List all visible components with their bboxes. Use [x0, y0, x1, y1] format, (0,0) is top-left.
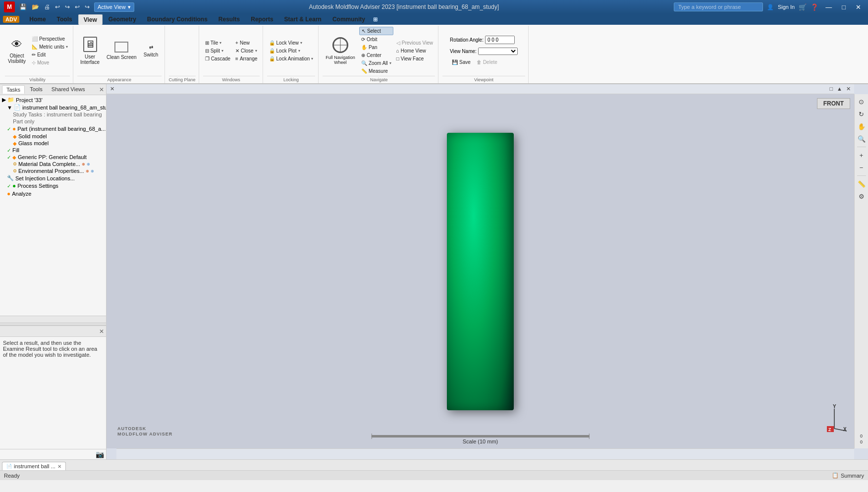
window-title: Autodesk Moldflow Adviser 2023 [instrume…: [134, 3, 674, 10]
menu-start-learn[interactable]: Start & Learn: [279, 14, 326, 24]
menu-community[interactable]: Community: [327, 14, 370, 24]
vp-right-btn3[interactable]: ✋: [856, 121, 867, 132]
tab-close-button[interactable]: ✕: [57, 464, 61, 469]
arrange-button[interactable]: ≡ Arrange: [233, 55, 259, 62]
save-qa-button[interactable]: 💾: [18, 2, 28, 11]
tree-item-analyze[interactable]: ● Analyze: [1, 190, 105, 198]
select-button[interactable]: ↖ Select: [359, 27, 393, 35]
edit-button[interactable]: ✏ Edit: [30, 51, 70, 58]
cascade-button[interactable]: ❐ Cascade: [203, 55, 232, 62]
home-view-button[interactable]: ⌂ Home View: [394, 47, 435, 55]
perspective-button[interactable]: ⬜ Perspective: [30, 35, 70, 43]
previous-view-button[interactable]: ◁ Previous View: [394, 39, 435, 47]
metric-units-button[interactable]: 📐 Metric units ▾: [30, 43, 70, 51]
help-button[interactable]: ❓: [811, 3, 818, 11]
vp-close-left-icon[interactable]: ✕: [108, 86, 116, 92]
tree-item-envprop[interactable]: ⚙ Environmental Properties... ⊕ ⊕: [1, 167, 105, 174]
clean-screen-button[interactable]: Clean Screen: [104, 33, 140, 69]
split-button[interactable]: ⊟ Split ▾: [203, 47, 232, 55]
open-qa-button[interactable]: 📂: [30, 2, 41, 11]
save-view-button[interactable]: 💾 Save: [450, 58, 473, 66]
center-button[interactable]: ⊕ Center: [359, 52, 393, 59]
redo-button[interactable]: ↪: [63, 2, 71, 11]
solid-label: Solid model: [18, 133, 47, 139]
material-label: Generic PP: Generic Default: [18, 154, 87, 160]
move-button[interactable]: ⊹ Move: [30, 59, 70, 66]
delete-view-button[interactable]: 🗑 Delete: [475, 58, 499, 66]
vp-right-btn4[interactable]: 🔍: [856, 133, 867, 144]
tree-item-process[interactable]: ✓ ● Process Settings: [1, 182, 105, 190]
menu-home[interactable]: Home: [24, 14, 51, 24]
object-visibility-button[interactable]: 👁 ObjectVisibility: [5, 33, 29, 69]
view-face-button[interactable]: □ View Face: [394, 55, 435, 62]
menu-boundary[interactable]: Boundary Conditions: [142, 14, 213, 24]
locking-group: 🔒 Lock View ▾ 🔒 Lock Plot ▾ 🔒 Lock Anima…: [264, 26, 319, 83]
vp-right-btn8[interactable]: ⚙: [856, 191, 867, 202]
menu-results[interactable]: Results: [214, 14, 245, 24]
switch-button[interactable]: ⇄ Switch: [141, 33, 162, 69]
measure-button[interactable]: 📏 Measure: [359, 67, 393, 75]
vp-maximize-button[interactable]: ▲: [835, 86, 844, 92]
pan-button[interactable]: ✋ Pan: [359, 44, 393, 51]
blp-close-button[interactable]: ✕: [99, 328, 104, 335]
signin-button[interactable]: Sign In: [778, 4, 795, 10]
menu-view[interactable]: View: [78, 14, 103, 25]
vp-right-btn1[interactable]: ⊙: [856, 96, 867, 107]
left-panel: Tasks Tools Shared Views ✕ ▶ 📁 Project '…: [0, 84, 107, 459]
tab-tasks[interactable]: Tasks: [2, 85, 25, 94]
menu-tools[interactable]: Tools: [52, 14, 77, 24]
new-window-button[interactable]: + New: [233, 39, 259, 47]
tree-item-matdata[interactable]: ⚙ Material Data Complete... ⊕ ⊕: [1, 161, 105, 167]
lock-plot-button[interactable]: 🔒 Lock Plot ▾: [267, 47, 316, 55]
left-horizontal-scrollbar[interactable]: [0, 316, 106, 323]
left-panel-close-button[interactable]: ✕: [99, 86, 104, 93]
tab-label: instrument ball ...: [14, 463, 55, 469]
injection-label: Set Injection Locations...: [15, 175, 75, 181]
tile-button[interactable]: ⊞ Tile ▾: [203, 39, 232, 47]
minimize-button[interactable]: —: [822, 2, 835, 12]
quick-access-toolbar: 💾 📂 🖨 ↩ ↪ ↩ ↪: [18, 2, 91, 11]
undo2-button[interactable]: ↩: [73, 2, 81, 11]
vp-close-icon[interactable]: ✕: [845, 86, 852, 92]
tree-item-glass[interactable]: ◆ Glass model: [1, 140, 105, 147]
full-navigation-wheel-button[interactable]: Full NavigationWheel: [323, 33, 358, 69]
vp-right-btn7[interactable]: 📏: [856, 178, 867, 189]
redo2-button[interactable]: ↪: [83, 2, 91, 11]
study-node[interactable]: ▼ 📄 instrument ball bearing_68_am_stu...: [1, 104, 105, 111]
rotation-angle-input[interactable]: [485, 36, 515, 44]
vp-right-btn2[interactable]: ↻: [856, 109, 867, 119]
tree-item-solid[interactable]: ◆ Solid model: [1, 133, 105, 140]
tab-instrument[interactable]: 📄 instrument ball ... ✕: [2, 462, 66, 470]
close-window-button[interactable]: ✕ Close ▾: [233, 47, 259, 55]
vp-right-btn6[interactable]: −: [856, 162, 867, 173]
tree-item-injection[interactable]: 🔧 Set Injection Locations...: [1, 174, 105, 182]
orbit-button[interactable]: ⟳ Orbit: [359, 36, 393, 43]
close-button[interactable]: ✕: [853, 2, 864, 12]
adv-label: ADV: [3, 16, 19, 23]
viewport-3d-area[interactable]: FRONT AUTODESK MOLDFLOW ADVISER Scale (1…: [107, 94, 854, 448]
rotation-angle-label: Rotation Angle:: [450, 37, 484, 43]
menu-reports[interactable]: Reports: [246, 14, 278, 24]
vp-restore-button[interactable]: □: [828, 86, 834, 92]
print-qa-button[interactable]: 🖨: [43, 2, 52, 11]
menu-geometry[interactable]: Geometry: [104, 14, 141, 24]
user-interface-button[interactable]: 🖥 UserInterface: [77, 33, 103, 69]
lock-animation-button[interactable]: 🔒 Lock Animation ▾: [267, 55, 316, 62]
undo-button[interactable]: ↩: [54, 2, 61, 11]
viewport[interactable]: ✕ □ ▲ ✕ FRONT AUTODESK MOLDFLOW ADVISER: [107, 84, 868, 459]
zoom-all-button[interactable]: 🔍 Zoom All ▾: [359, 59, 393, 67]
tree-item-part[interactable]: ✓ ● Part (instrument ball bearing_68_a..…: [1, 125, 105, 133]
lock-view-button[interactable]: 🔒 Lock View ▾: [267, 39, 316, 47]
project-node[interactable]: ▶ 📁 Project '33': [1, 96, 105, 104]
tab-tools[interactable]: Tools: [26, 85, 47, 94]
tab-shared-views[interactable]: Shared Views: [48, 85, 89, 94]
tree-item-fill[interactable]: ✓ Fill: [1, 147, 105, 154]
maximize-button[interactable]: □: [839, 2, 849, 12]
cart-icon[interactable]: 🛒: [799, 3, 807, 11]
tree-item-material[interactable]: ✓ ◆ Generic PP: Generic Default: [1, 154, 105, 161]
search-input[interactable]: [674, 2, 763, 11]
view-name-select[interactable]: [478, 48, 518, 55]
active-view-dropdown[interactable]: Active View ▾: [94, 2, 134, 12]
vp-right-btn5[interactable]: +: [856, 150, 867, 161]
menu-expand-icon[interactable]: ⊞: [373, 16, 378, 23]
